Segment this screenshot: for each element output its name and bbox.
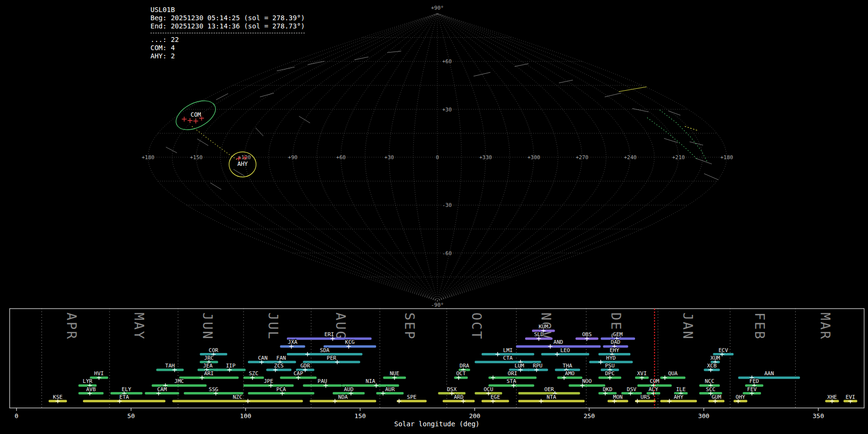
shower-bar-SDA [287,353,363,355]
shower-label-URS: URS [640,394,650,400]
count-line: AHY: 2 [150,52,305,60]
shower-label-RPU: RPU [533,363,542,369]
shower-label-KUM: KUM [539,324,548,330]
shower-label-QUA: QUA [668,370,678,377]
shower-label-NCC: NCC [705,378,714,384]
shower-label-KSE: KSE [53,394,63,400]
latitude-label: +30 [442,107,452,113]
meteor-trail [277,67,295,71]
peak-marker-HYD [598,360,603,364]
shower-label-EVI: EVI [846,394,855,400]
shower-label-SPE: SPE [407,394,417,400]
latitude-label: +60 [442,58,452,65]
x-tick-label: 0 [14,412,18,420]
meteor-trail [704,174,719,180]
shower-label-EHY: EHY [610,347,619,353]
pole-top-label: +90° [431,5,444,11]
radiant-cluster-COM: COM [171,95,220,136]
meteor-trail [695,158,712,164]
shower-label-GDR: GDR [300,363,310,369]
shower-label-FED: FED [749,378,759,384]
longitude-label: +300 [528,154,541,161]
shower-label-JMC: JMC [175,378,184,384]
shower-label-SLD: SLD [534,331,543,338]
station-id: USL01B [150,6,305,14]
meteor-trail [216,94,228,100]
meteor-trail [664,138,678,143]
x-tick-label: 250 [583,412,595,420]
shower-label-DRA: DRA [460,363,469,369]
longitude-label: +270 [576,154,589,161]
shower-label-LUM: LUM [515,363,524,369]
meteor-trail [559,80,573,83]
shower-label-ALY: ALY [649,386,658,393]
cluster-label-COM: COM [190,111,201,118]
shower-bar-AND [516,345,601,348]
shower-label-JEA: JEA [203,363,213,369]
shower-label-CAN: CAN [258,355,268,361]
shower-label-JRC: JRC [204,355,214,361]
longitude-label: +60 [336,154,346,161]
shower-label-LYR: LYR [83,378,93,384]
shower-label-NUE: NUE [390,370,399,377]
x-tick-label: 200 [469,412,480,420]
shower-label-GUM: GUM [712,394,721,400]
shower-bar-AAN [738,377,800,379]
longitude-label: +240 [624,154,637,161]
shower-label-THA: THA [563,363,572,369]
shower-label-EGE: EGE [490,394,500,400]
shower-label-JXA: JXA [288,339,298,345]
shower-label-TAH: TAH [165,363,175,369]
shower-label-FEV: FEV [747,386,757,393]
shower-label-MON: MON [613,394,623,400]
shower-label-SZC: SZC [249,370,258,377]
shower-bar-AUR [376,392,404,394]
month-label-FEB: FEB [752,312,767,340]
timeline-bars: KUMERISLDOBSGEMJXAKCGANDDADCORSDALMILEOE… [49,324,857,403]
shower-bar-OCT [454,377,468,379]
shower-trail [647,118,697,159]
shower-label-OCU: OCU [484,386,493,393]
shower-label-NZC: NZC [233,394,243,400]
x-axis: 050100150200250300350Solar longitude (de… [14,408,824,428]
meteor-trail [354,57,368,60]
meteor-trail [690,142,703,145]
peak-marker-SDA [305,352,310,356]
meteor-trail [515,64,529,67]
meteor-trail [210,183,221,190]
shower-label-GEM: GEM [613,331,623,338]
x-tick-label: 50 [127,412,135,420]
x-tick-label: 350 [813,412,824,420]
peak-marker-AND [548,344,553,349]
x-axis-title: Solar longitude (deg) [394,420,479,428]
observation-summary: USL01B Beg: 20251230 05:14:25 (sol = 278… [150,6,305,60]
shower-label-SDA: SDA [320,347,329,353]
shower-label-DSV: DSV [627,386,637,393]
shower-bar-TAH [156,369,184,371]
shower-label-PSU: PSU [605,363,615,369]
shower-bar-LEO [541,353,589,355]
shower-label-OHY: OHY [736,394,746,400]
plot-canvas: +90°-90°+180+150+120+90+60+300+330+300+2… [0,0,868,434]
shower-bar-ZCS [266,369,291,371]
shower-label-ARI: ARI [204,370,214,377]
x-tick-label: 300 [698,412,709,420]
month-label-MAR: MAR [818,312,833,340]
longitude-label: 0 [436,154,439,161]
latitude-label: -30 [442,202,452,208]
peak-marker-LEO [555,352,559,356]
shower-bar-NDA [310,400,376,402]
shower-label-NIA: NIA [366,378,375,384]
shower-label-ARD: ARD [454,394,463,400]
sporadic-meteor-trails [166,51,719,190]
shower-bar-ERI [287,338,372,340]
shower-label-FAN: FAN [276,355,286,361]
meteor-trail [260,93,274,97]
shower-label-SSG: SSG [209,386,218,393]
meteor-trail [256,128,263,136]
shower-label-PAU: PAU [318,378,327,384]
shower-trail [619,87,647,92]
shower-bar-JPE [244,384,294,387]
shower-label-NDA: NDA [338,394,348,400]
month-label-AUG: AUG [333,312,348,340]
